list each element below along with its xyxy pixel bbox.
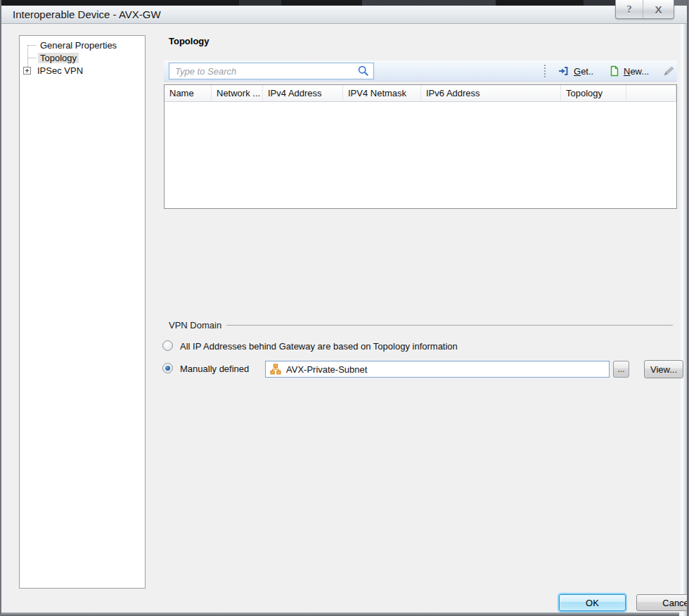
network-subnet-icon xyxy=(270,364,281,375)
radio-topology-based-label[interactable]: All IP Addresses behind Gateway are base… xyxy=(180,341,458,352)
view-button[interactable]: View... xyxy=(644,360,683,378)
title-bar: Interoperable Device - AVX-GW xyxy=(0,6,689,24)
table-body-empty xyxy=(165,102,676,208)
tree-expander-plus-icon[interactable] xyxy=(23,67,31,75)
tree-item-topology[interactable]: Topology xyxy=(38,53,79,64)
tree-connector xyxy=(27,58,36,58)
column-header-filler xyxy=(626,85,676,101)
radio-topology-based[interactable] xyxy=(162,340,173,351)
browse-button[interactable]: ... xyxy=(613,361,629,378)
column-header-ipv4-address[interactable]: IPv4 Address xyxy=(263,85,343,101)
window-left-edge xyxy=(0,0,1,616)
page-title: Topology xyxy=(169,36,210,46)
navigation-tree: General Properties Topology IPSec VPN xyxy=(19,35,146,589)
background-patch xyxy=(584,0,615,6)
new-document-icon xyxy=(610,65,619,77)
tree-item-general-properties[interactable]: General Properties xyxy=(38,40,119,51)
background-patch xyxy=(362,0,496,6)
topology-table: Name Network ... IPv4 Address IPV4 Netma… xyxy=(164,84,677,209)
background-patch xyxy=(239,0,281,6)
cancel-button[interactable]: Cancel xyxy=(636,594,689,611)
search-icon xyxy=(357,65,370,77)
table-header-row: Name Network ... IPv4 Address IPV4 Netma… xyxy=(165,85,676,102)
close-button[interactable]: X xyxy=(643,0,674,18)
column-header-topology[interactable]: Topology xyxy=(561,85,626,101)
toolbar-separator xyxy=(544,65,546,77)
vpn-domain-group-label: VPN Domain xyxy=(169,320,221,331)
pencil-icon xyxy=(663,65,675,77)
ok-button[interactable]: OK xyxy=(559,594,626,611)
close-icon: X xyxy=(655,4,662,15)
column-header-ipv4-netmask[interactable]: IPV4 Netmask xyxy=(343,85,421,101)
group-divider xyxy=(226,325,673,326)
caption-button-group: ? X xyxy=(615,0,674,19)
window-title: Interoperable Device - AVX-GW xyxy=(13,8,161,20)
column-header-ipv6-address[interactable]: IPv6 Address xyxy=(421,85,561,101)
search-input[interactable] xyxy=(169,63,357,79)
tree-connector xyxy=(27,45,36,46)
radio-manually-defined[interactable] xyxy=(162,363,173,373)
column-header-network[interactable]: Network ... xyxy=(212,85,263,101)
tree-item-ipsec-vpn[interactable]: IPSec VPN xyxy=(35,65,85,77)
search-box xyxy=(169,63,374,79)
vpn-domain-object-field[interactable]: AVX-Private-Subnet xyxy=(265,361,610,378)
new-button[interactable]: New... xyxy=(610,60,649,82)
window-bottom-edge xyxy=(0,612,689,616)
vpn-domain-object-value: AVX-Private-Subnet xyxy=(286,364,367,375)
import-icon xyxy=(558,65,569,77)
background-window-strip xyxy=(0,0,689,6)
get-button[interactable]: Get.. xyxy=(558,60,593,82)
help-icon: ? xyxy=(626,4,632,15)
help-button[interactable]: ? xyxy=(616,0,643,18)
radio-manually-defined-label[interactable]: Manually defined xyxy=(180,364,249,374)
topology-toolbar: Get.. New... Edit... Delete Actions xyxy=(164,60,677,82)
column-header-name[interactable]: Name xyxy=(165,85,212,101)
